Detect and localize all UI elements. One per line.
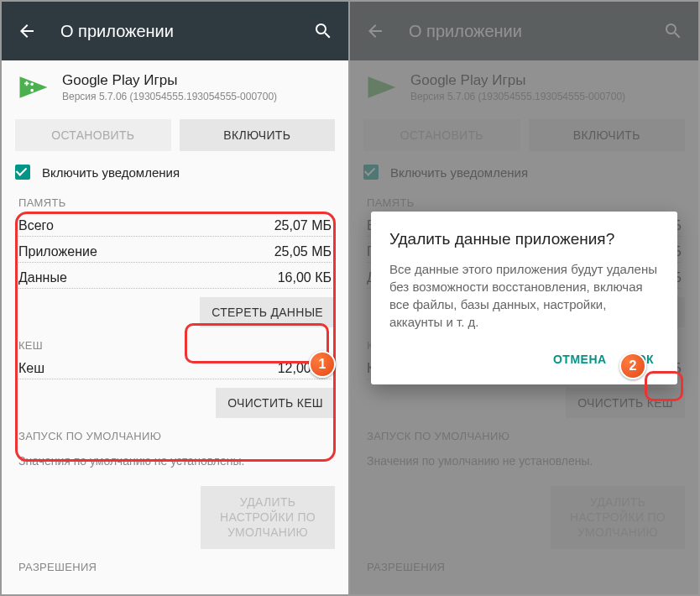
storage-total: Всего25,07 МБ xyxy=(18,211,332,237)
permissions-header: РАЗРЕШЕНИЯ xyxy=(2,556,348,575)
notifications-label: Включить уведомления xyxy=(42,165,180,180)
screen-app-info: О приложении Google Play Игры Версия 5.7… xyxy=(2,2,350,594)
checkbox-checked-icon[interactable] xyxy=(15,165,30,180)
appbar: О приложении xyxy=(2,2,348,60)
app-name: Google Play Игры xyxy=(62,72,277,89)
defaults-text: Значения по умолчанию не установлены. xyxy=(2,444,348,478)
dialog-body: Все данные этого приложения будут удален… xyxy=(389,260,659,331)
app-header: Google Play Игры Версия 5.7.06 (19305455… xyxy=(2,60,348,112)
cache-row: Кеш12,00 КБ xyxy=(18,353,332,379)
action-buttons: ОСТАНОВИТЬ ВКЛЮЧИТЬ xyxy=(2,112,348,159)
appbar-title: О приложении xyxy=(60,22,313,41)
clear-cache-button[interactable]: ОЧИСТИТЬ КЕШ xyxy=(216,388,335,418)
enable-button[interactable]: ВКЛЮЧИТЬ xyxy=(180,119,336,151)
app-icon xyxy=(15,69,52,106)
cache-header: КЕШ xyxy=(2,334,348,353)
svg-point-0 xyxy=(30,83,34,86)
search-icon[interactable] xyxy=(313,21,333,41)
clear-defaults-button: УДАЛИТЬ НАСТРОЙКИ ПО УМОЛЧАНИЮ xyxy=(201,486,335,549)
annotation-badge-2: 2 xyxy=(619,353,646,379)
app-version: Версия 5.7.06 (193054555.193054555-00070… xyxy=(62,91,277,102)
notifications-row[interactable]: Включить уведомления xyxy=(2,159,348,191)
storage-data: Данные16,00 КБ xyxy=(18,263,332,289)
dialog-title: Удалить данные приложения? xyxy=(389,230,659,248)
annotation-badge-1: 1 xyxy=(309,351,336,378)
svg-point-1 xyxy=(30,89,34,92)
back-icon[interactable] xyxy=(17,21,37,41)
stop-button: ОСТАНОВИТЬ xyxy=(15,119,171,151)
defaults-header: ЗАПУСК ПО УМОЛЧАНИЮ xyxy=(2,425,348,444)
svg-rect-3 xyxy=(26,81,28,86)
storage-app: Приложение25,05 МБ xyxy=(18,237,332,263)
screen-app-info-dialog: О приложении Google Play Игры Версия 5.7… xyxy=(350,2,698,594)
clear-data-button[interactable]: СТЕРЕТЬ ДАННЫЕ xyxy=(200,297,335,327)
storage-header: ПАМЯТЬ xyxy=(2,191,348,211)
modal-overlay: Удалить данные приложения? Все данные эт… xyxy=(350,2,698,594)
dialog-cancel-button[interactable]: ОТМЕНА xyxy=(548,346,612,373)
